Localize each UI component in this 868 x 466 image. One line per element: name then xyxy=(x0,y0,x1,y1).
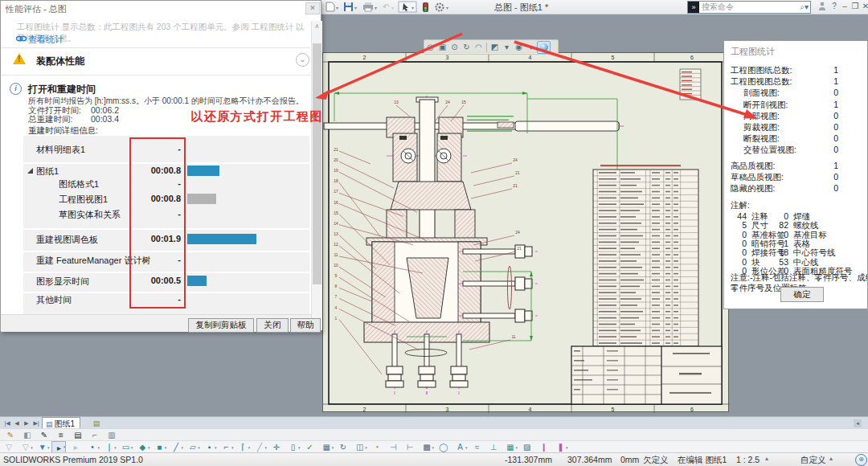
expander-triangle-icon[interactable] xyxy=(27,168,33,174)
pin2-icon[interactable]: ❚▾ xyxy=(553,441,567,453)
svg-text:11: 11 xyxy=(511,334,515,339)
rotate-view-icon[interactable]: ↻ xyxy=(461,41,473,53)
filter-funnel-icon[interactable]: ▽ xyxy=(2,441,16,453)
zoom-icon[interactable]: ⊙ xyxy=(448,41,461,53)
screen-capture-icon[interactable]: ▩▾ xyxy=(420,441,434,453)
rotate-icon[interactable]: ↻ xyxy=(336,441,350,453)
perf-row-label: 草图实体和关系 xyxy=(59,209,121,221)
perf-row-label: 图纸1 xyxy=(36,166,59,178)
heads-up-view-toolbar[interactable]: ◎▣⊙↻◠◩▾◉▾ xyxy=(424,39,559,55)
line-style-icon[interactable]: ▤ xyxy=(71,429,85,441)
sheet-nav-icon[interactable]: ▶ xyxy=(22,418,31,428)
select-ghost-icon[interactable]: ▸ xyxy=(68,441,83,453)
search-input[interactable]: 搜索命令 xyxy=(699,2,800,13)
box-solid-icon[interactable]: ■▾ xyxy=(152,441,166,453)
polyline-icon[interactable]: ⌈▾ xyxy=(235,441,250,453)
table-icon[interactable]: ▦▾ xyxy=(503,441,518,453)
zoom-area-icon[interactable]: ▣ xyxy=(436,41,448,53)
caret-icon[interactable]: ▾ xyxy=(525,41,537,53)
note-icon[interactable]: A▾ xyxy=(453,441,468,453)
pin-left-icon[interactable]: ⊣ xyxy=(386,441,400,453)
view-statistics-link[interactable]: 查看统计 xyxy=(28,34,63,46)
solidworks-window: ▾ ▾ ▾ ↶▾ ▾ ▾ 总图 - 图纸1 * » 搜索命令 ⌕▾ ? – ❐ … xyxy=(0,0,868,466)
quick-access-toolbar[interactable]: ▾ ▾ ▾ ↶▾ ▾ ▾ xyxy=(325,1,493,13)
display-style-icon[interactable]: ◩ xyxy=(489,41,501,53)
save-icon[interactable]: ▾ xyxy=(344,2,357,11)
check-icon[interactable]: ✓ xyxy=(302,441,317,453)
minimize-button[interactable]: – xyxy=(839,2,850,10)
filter-active-icon[interactable]: ▼▾ xyxy=(35,441,50,453)
user-account-icon[interactable] xyxy=(817,2,828,12)
copy-to-clipboard-button[interactable]: 复制到剪贴板 xyxy=(188,318,254,333)
frame-icon[interactable]: ▯▾ xyxy=(286,441,301,453)
filter-funnel-icon[interactable]: ▽▾ xyxy=(18,441,33,453)
datum-icon[interactable]: ⊥ xyxy=(486,441,501,453)
pin-right-icon[interactable]: ⊢ xyxy=(403,441,417,453)
scroll-up-icon[interactable]: ∧ xyxy=(312,22,322,30)
new-file-icon[interactable]: ▾ xyxy=(326,2,338,11)
sheet-nav-icon[interactable]: ◀ xyxy=(12,418,22,428)
row-separator xyxy=(23,228,309,230)
rebuild-traffic-light-icon[interactable] xyxy=(423,2,428,12)
dialog-close-button[interactable]: ✕ xyxy=(305,2,320,14)
vertex-icon[interactable]: ▪▾ xyxy=(203,441,217,453)
select-tool-icon[interactable]: ▾ xyxy=(399,2,416,12)
line-color-icon[interactable]: ✎ xyxy=(37,429,51,441)
ok-button[interactable]: 确定 xyxy=(780,287,824,302)
undo-icon[interactable]: ↶▾ xyxy=(383,2,394,11)
command-search[interactable]: » 搜索命令 ⌕▾ xyxy=(687,1,811,14)
sheet-nav-icon[interactable]: ▶| xyxy=(31,418,41,428)
close-dialog-button[interactable]: 关闭 xyxy=(256,318,289,333)
chevron-icon[interactable]: ▴ xyxy=(829,455,833,462)
chevron-down-icon[interactable]: ⌄ xyxy=(296,53,309,67)
contour-icon[interactable]: ⌐▾ xyxy=(219,441,233,453)
sheet-nav-icon[interactable]: |◀ xyxy=(2,418,12,428)
line-icon[interactable]: ❘▾ xyxy=(102,441,117,453)
units-selector[interactable]: 自定义 xyxy=(800,455,826,466)
stat-value: 1 xyxy=(827,100,838,109)
zoom-fit-icon[interactable]: ◎ xyxy=(424,41,436,53)
svg-text:19: 19 xyxy=(334,168,338,173)
centerline-icon[interactable]: ╱▾ xyxy=(252,441,267,453)
point-icon[interactable]: •▾ xyxy=(85,441,100,453)
dialog-scrollbar[interactable]: ∧ ∨ xyxy=(311,21,322,330)
display-icon[interactable]: ▦▾ xyxy=(319,441,334,453)
chevron-icon[interactable]: ▴ xyxy=(765,455,768,462)
plane-icon[interactable]: ▱▾ xyxy=(186,441,200,453)
hide-edge-icon[interactable]: ⌐ xyxy=(88,429,102,441)
rect-icon[interactable]: ▭▾ xyxy=(119,441,133,453)
drawing-sheet[interactable]: 2233445566212019181716151413121110987411… xyxy=(322,52,729,412)
layer-icon[interactable]: ▥ xyxy=(104,429,119,441)
print-icon[interactable]: ▾ xyxy=(363,2,377,11)
caret-icon[interactable]: ▾ xyxy=(501,41,513,53)
edge-color-icon[interactable]: ◧ xyxy=(20,429,35,441)
select-arrow-icon[interactable]: ▸▾ xyxy=(51,441,66,453)
section-icon[interactable]: ◫▾ xyxy=(353,441,367,453)
help-button[interactable]: 帮助 xyxy=(290,318,321,333)
scrollbar-thumb[interactable] xyxy=(313,43,321,284)
help-button[interactable]: ? xyxy=(829,2,840,10)
box-icon[interactable]: ◆▾ xyxy=(135,441,149,453)
pin-icon[interactable]: ❙ xyxy=(537,441,551,453)
close-button[interactable]: ✕ xyxy=(860,2,868,10)
view-orientation-button[interactable] xyxy=(537,41,551,54)
weld-icon[interactable]: ≈ xyxy=(469,441,484,453)
add-sheet-button[interactable]: ▤ xyxy=(90,419,103,428)
hscroll-arrow-icon[interactable]: ◂ xyxy=(854,419,862,427)
options-gear-icon[interactable]: ▾ xyxy=(436,4,449,11)
visibility-icon[interactable]: ◉ xyxy=(513,41,525,53)
line-thickness-icon[interactable]: ≡ xyxy=(54,429,68,441)
layer-properties-icon[interactable]: ✎ xyxy=(3,429,18,441)
quick-tip-globe-icon[interactable]: ⊕ xyxy=(855,454,867,466)
pan-icon[interactable]: ◠ xyxy=(473,41,485,53)
search-magnifier-icon[interactable]: ⌕▾ xyxy=(800,2,810,12)
restore-button[interactable]: ❐ xyxy=(850,2,861,10)
image-icon[interactable]: ▨ xyxy=(520,441,534,453)
sheet-scale[interactable]: 1 : 2.5 xyxy=(736,455,760,464)
edge-icon[interactable]: ╱▾ xyxy=(169,441,183,453)
svg-text:21: 21 xyxy=(334,147,338,152)
target-icon[interactable]: ✛ xyxy=(269,441,284,453)
balloon-icon[interactable]: ◯ xyxy=(436,441,451,453)
divider xyxy=(1,75,310,76)
appearance-icon[interactable]: ◔ xyxy=(370,441,384,453)
